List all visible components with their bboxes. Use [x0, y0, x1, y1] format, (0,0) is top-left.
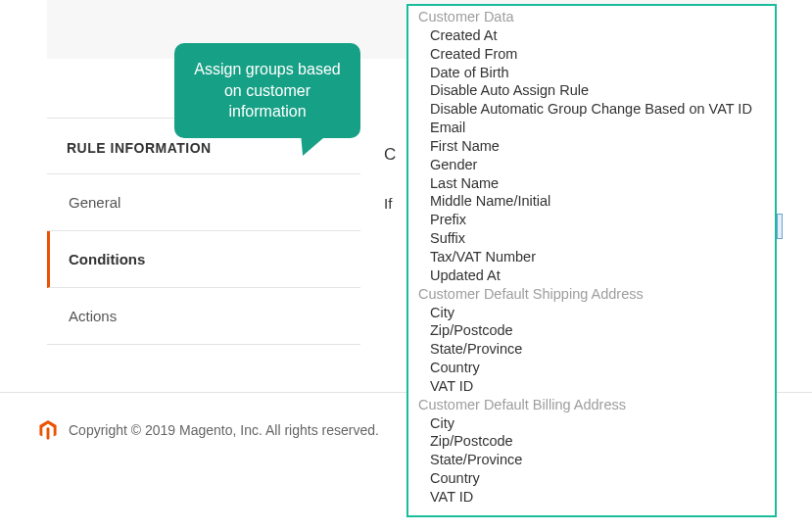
dropdown-option[interactable]: Prefix — [408, 211, 775, 229]
nav-item-conditions[interactable]: Conditions — [47, 231, 360, 288]
dropdown-option[interactable]: Tax/VAT Number — [408, 248, 775, 266]
dropdown-option[interactable]: VAT ID — [408, 377, 775, 396]
dropdown-option[interactable]: Last Name — [408, 174, 775, 193]
magento-logo-icon — [39, 420, 57, 440]
dropdown-option[interactable]: Country — [408, 469, 775, 488]
rule-nav: GeneralConditionsActions — [47, 174, 360, 345]
dropdown-option[interactable]: Updated At — [408, 266, 775, 285]
dropdown-option[interactable]: Middle Name/Initial — [408, 192, 775, 211]
dropdown-option[interactable]: Suffix — [408, 229, 775, 248]
dropdown-option[interactable]: Zip/Postcode — [408, 321, 775, 340]
dropdown-option[interactable]: Date of Birth — [408, 64, 775, 82]
dropdown-option[interactable]: Email — [408, 119, 775, 137]
dropdown-option[interactable]: Created From — [408, 45, 775, 64]
section-heading-initial: C — [384, 145, 396, 165]
dropdown-option[interactable]: Country — [408, 359, 775, 377]
dropdown-option[interactable]: State/Province — [408, 340, 775, 359]
dropdown-group-label: Customer Default Shipping Address — [408, 285, 775, 304]
copyright-text: Copyright © 2019 Magento, Inc. All right… — [69, 422, 379, 438]
select-handle-icon — [777, 214, 783, 239]
dropdown-option[interactable]: First Name — [408, 137, 775, 156]
nav-item-actions[interactable]: Actions — [47, 288, 360, 345]
dropdown-option[interactable]: State/Province — [408, 451, 775, 469]
dropdown-group-label: Customer Default Billing Address — [408, 396, 775, 414]
tooltip-callout: Assign groups based on customer informat… — [174, 43, 360, 138]
dropdown-option[interactable]: Gender — [408, 156, 775, 174]
dropdown-option[interactable]: Disable Automatic Group Change Based on … — [408, 100, 775, 119]
nav-item-general[interactable]: General — [47, 174, 360, 231]
tooltip-text: Assign groups based on customer informat… — [194, 61, 340, 120]
dropdown-option[interactable]: VAT ID — [408, 488, 775, 507]
dropdown-option[interactable]: Created At — [408, 26, 775, 45]
dropdown-option[interactable]: City — [408, 414, 775, 433]
condition-if-label: If — [384, 195, 392, 212]
dropdown-option[interactable]: Zip/Postcode — [408, 432, 775, 451]
dropdown-group-label: Customer Data — [408, 8, 775, 26]
condition-attribute-dropdown[interactable]: Customer DataCreated AtCreated FromDate … — [406, 4, 777, 517]
dropdown-option[interactable]: Disable Auto Assign Rule — [408, 81, 775, 100]
dropdown-option[interactable]: City — [408, 304, 775, 322]
